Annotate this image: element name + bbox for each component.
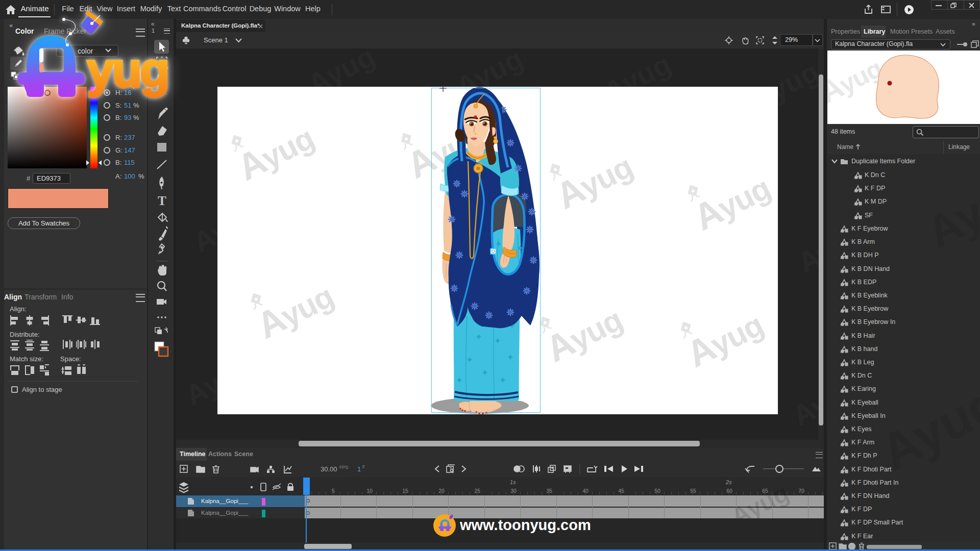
svg-text:1: 1 (357, 465, 361, 473)
svg-text:30.00: 30.00 (321, 465, 337, 473)
svg-text:FPS: FPS (339, 465, 349, 470)
svg-text:yug: yug (87, 42, 168, 97)
svg-text:F: F (362, 464, 365, 469)
svg-text:T: T (158, 194, 166, 208)
svg-text:i: i (851, 544, 852, 549)
